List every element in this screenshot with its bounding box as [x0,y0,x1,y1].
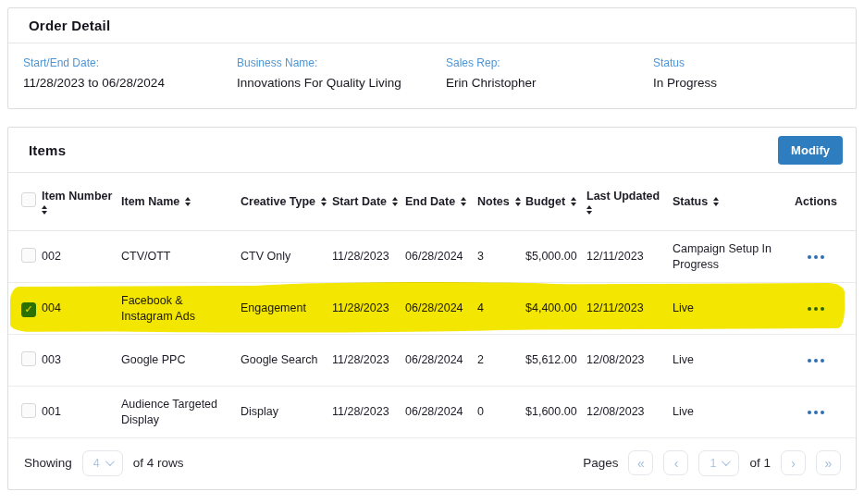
field-value: Erin Christopher [446,76,653,90]
cell-start-date: 11/28/2023 [332,301,405,316]
column-header-last-updated[interactable]: Last Updated [586,190,673,215]
items-card: Items Modify Item Number Item Name Creat… [7,127,857,490]
cell-item-number: 001 [42,404,121,420]
table-row: 001 Audience Targeted Display Display 11… [8,387,856,438]
row-actions-menu-button[interactable] [804,355,828,366]
row-actions-menu-button[interactable] [804,303,828,314]
field-label: Status [653,56,717,69]
cell-end-date: 06/28/2024 [405,301,477,316]
sort-icon [461,197,466,206]
field-start-end-date: Start/End Date: 11/28/2023 to 06/28/2024 [23,56,237,90]
pages-label: Pages [583,456,618,470]
previous-page-button[interactable]: ‹ [663,450,688,475]
modify-button[interactable]: Modify [778,136,843,165]
cell-status: Live [673,404,787,420]
cell-end-date: 06/28/2024 [405,352,477,368]
sort-icon [713,197,719,206]
sort-icon [586,205,592,215]
items-header: Items Modify [8,128,856,173]
table-footer: Showing 4 of 4 rows Pages « ‹ 1 of 1 › » [8,438,856,487]
cell-budget: $5,000.00 [525,249,586,264]
next-page-button[interactable]: › [781,450,806,475]
order-detail-card: Order Detail Start/End Date: 11/28/2023 … [7,7,857,109]
cell-item-number: 003 [42,352,121,368]
page-title: Order Detail [29,18,110,33]
cell-status: Campaign Setup In Progress [673,241,787,273]
page-size-value: 4 [93,457,100,470]
chevron-down-icon [105,457,115,466]
cell-start-date: 11/28/2023 [332,249,405,264]
column-header-end-date[interactable]: End Date [405,195,477,208]
row-checkbox[interactable] [21,302,36,317]
row-checkbox[interactable] [21,248,36,263]
page-size-select[interactable]: 4 [82,450,123,476]
double-chevron-left-icon: « [637,456,645,471]
cell-item-name: CTV/OTT [121,249,241,264]
field-business-name: Business Name: Innovations For Quality L… [237,56,446,90]
cell-creative-type: Engagement [241,301,332,316]
sort-icon [42,205,47,215]
cell-creative-type: Display [241,404,332,420]
cell-last-updated: 12/11/2023 [586,249,673,264]
table-row: 003 Google PPC Google Search 11/28/2023 … [8,335,856,387]
column-header-start-date[interactable]: Start Date [332,195,405,208]
field-value: 11/28/2023 to 06/28/2024 [23,76,237,90]
select-all-checkbox[interactable] [21,192,36,207]
field-sales-rep: Sales Rep: Erin Christopher [446,56,653,90]
items-title: Items [29,142,66,158]
column-header-notes[interactable]: Notes [477,195,525,208]
cell-start-date: 11/28/2023 [332,352,405,368]
row-actions-menu-button[interactable] [804,252,828,263]
cell-budget: $4,400.00 [525,301,586,316]
column-header-creative-type[interactable]: Creative Type [241,195,332,208]
of-pages-label: of 1 [749,456,771,470]
last-page-button[interactable]: » [816,450,841,475]
cell-item-number: 004 [42,301,121,316]
field-label: Business Name: [237,56,446,69]
order-detail-page: Order Detail Start/End Date: 11/28/2023 … [0,0,864,504]
chevron-down-icon [722,457,731,466]
cell-item-name: Audience Targeted Display [121,397,241,428]
field-label: Start/End Date: [23,56,237,69]
double-chevron-right-icon: » [825,456,833,471]
current-page-select[interactable]: 1 [698,450,739,476]
sort-icon [515,197,521,206]
cell-notes: 2 [477,352,525,368]
cell-item-name: Facebook & Instagram Ads [121,293,241,325]
field-value: In Progress [653,76,717,90]
column-header-item-name[interactable]: Item Name [121,195,241,208]
of-rows-label: of 4 rows [133,456,184,470]
row-checkbox[interactable] [21,403,36,418]
cell-item-number: 002 [42,249,121,264]
table-header-row: Item Number Item Name Creative Type Star… [8,173,856,231]
chevron-right-icon: › [791,456,796,471]
cell-notes: 0 [477,404,525,420]
cell-start-date: 11/28/2023 [332,404,405,420]
order-info-row: Start/End Date: 11/28/2023 to 06/28/2024… [8,43,856,90]
row-checkbox[interactable] [21,351,36,366]
cell-budget: $5,612.00 [525,352,586,368]
sort-icon [392,197,398,206]
table-row-highlighted: 004 Facebook & Instagram Ads Engagement … [8,283,856,335]
cell-creative-type: Google Search [241,352,332,368]
field-label: Sales Rep: [446,56,653,69]
column-header-budget[interactable]: Budget [525,195,586,208]
cell-status: Live [673,352,787,368]
table-row: 002 CTV/OTT CTV Only 11/28/2023 06/28/20… [8,231,856,283]
cell-creative-type: CTV Only [241,249,332,264]
column-header-status[interactable]: Status [673,195,787,208]
sort-icon [571,197,576,206]
cell-last-updated: 12/08/2023 [586,404,673,420]
first-page-button[interactable]: « [628,450,653,475]
cell-status: Live [673,301,787,316]
current-page-value: 1 [710,457,716,470]
cell-last-updated: 12/08/2023 [586,352,673,368]
column-header-item-number[interactable]: Item Number [42,190,121,215]
cell-notes: 3 [477,249,525,264]
row-actions-menu-button[interactable] [804,407,828,418]
showing-label: Showing [24,456,72,470]
column-header-actions: Actions [787,195,845,208]
field-value: Innovations For Quality Living [237,76,446,90]
cell-item-name: Google PPC [121,352,241,368]
cell-end-date: 06/28/2024 [405,404,477,420]
